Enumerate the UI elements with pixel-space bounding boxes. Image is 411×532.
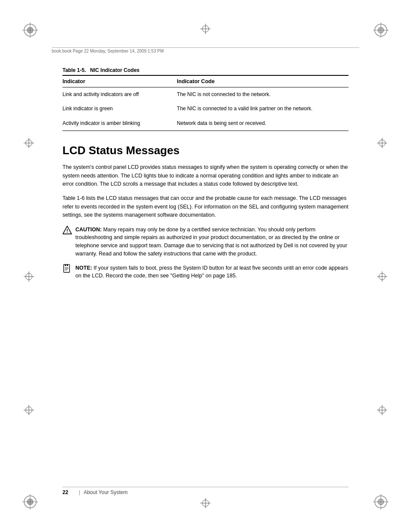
svg-rect-18 bbox=[64, 264, 70, 272]
reg-mark-right-mid bbox=[377, 271, 387, 282]
table-label: Table 1-5. bbox=[62, 67, 86, 73]
footer-page-number: 22 bbox=[62, 489, 75, 495]
reg-mark-right-top bbox=[377, 138, 387, 148]
reg-mark-right-bot bbox=[377, 405, 387, 415]
nic-indicator-table: Indicator Indicator Code Link and activi… bbox=[62, 75, 349, 131]
section-heading: LCD Status Messages bbox=[62, 144, 349, 157]
table-cell-indicator-2: Link indicator is green bbox=[62, 102, 177, 116]
footer: 22 | About Your System bbox=[62, 487, 349, 495]
table-title: NIC Indicator Codes bbox=[90, 67, 140, 73]
header-breadcrumb: book.book Page 22 Monday, September 14, … bbox=[52, 49, 164, 53]
note-text: NOTE: If your system fails to boot, pres… bbox=[75, 264, 349, 280]
svg-rect-19 bbox=[65, 264, 66, 266]
table-cell-code-2: The NIC is connected to a valid link par… bbox=[177, 102, 349, 116]
reg-mark-left-top bbox=[24, 138, 34, 148]
reg-mark-left-mid bbox=[24, 271, 34, 282]
footer-separator: | bbox=[79, 489, 80, 495]
corner-registration-br bbox=[372, 493, 389, 510]
body-para-2: Table 1-6 lists the LCD status messages … bbox=[62, 194, 349, 219]
table-cell-indicator-3: Activity indicator is amber blinking bbox=[62, 116, 177, 131]
page-container: book.book Page 22 Monday, September 14, … bbox=[0, 0, 411, 532]
table-row: Link indicator is green The NIC is conne… bbox=[62, 102, 349, 116]
corner-registration-tl bbox=[22, 22, 39, 39]
table-row: Activity indicator is amber blinking Net… bbox=[62, 116, 349, 131]
reg-mark-left-bot bbox=[24, 405, 34, 415]
note-label: NOTE: bbox=[75, 265, 92, 271]
table-cell-code-1: The NIC is not connected to the network. bbox=[177, 87, 349, 102]
table-header-indicator: Indicator bbox=[62, 75, 177, 87]
table-cell-indicator-1: Link and activity indicators are off bbox=[62, 87, 177, 102]
note-block: NOTE: If your system fails to boot, pres… bbox=[62, 264, 349, 280]
svg-rect-20 bbox=[67, 264, 68, 266]
corner-registration-bl bbox=[22, 493, 39, 510]
footer-section-text: About Your System bbox=[84, 489, 128, 495]
body-para-1: The system's control panel LCD provides … bbox=[62, 163, 349, 188]
table-header-code: Indicator Code bbox=[177, 75, 349, 87]
caution-block: ! CAUTION: Many repairs may only be done… bbox=[62, 226, 349, 258]
note-icon bbox=[62, 264, 72, 274]
caution-label: CAUTION: bbox=[75, 227, 102, 233]
caution-icon: ! bbox=[62, 226, 72, 235]
caution-text: CAUTION: Many repairs may only be done b… bbox=[75, 226, 349, 258]
table-label-row: Table 1-5. NIC Indicator Codes bbox=[62, 67, 349, 73]
table-cell-code-3: Network data is being sent or received. bbox=[177, 116, 349, 131]
corner-registration-tr bbox=[372, 22, 389, 39]
header-bar: book.book Page 22 Monday, September 14, … bbox=[52, 47, 359, 55]
reg-mark-bottom bbox=[200, 498, 211, 508]
reg-mark-top bbox=[200, 24, 211, 34]
table-row: Link and activity indicators are off The… bbox=[62, 87, 349, 102]
svg-text:!: ! bbox=[66, 228, 68, 234]
main-content: Table 1-5. NIC Indicator Codes Indicator… bbox=[62, 67, 349, 286]
caution-body: Many repairs may only be done by a certi… bbox=[75, 227, 347, 257]
note-body: If your system fails to boot, press the … bbox=[75, 265, 348, 279]
